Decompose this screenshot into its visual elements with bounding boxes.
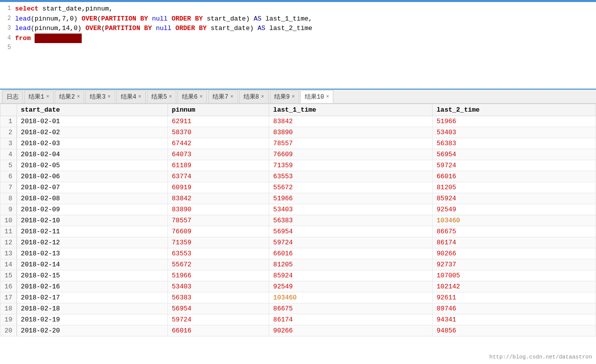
- cell-last-2-time: 92549: [433, 204, 596, 215]
- cell-pinnum: 64073: [167, 149, 269, 160]
- tab-日志[interactable]: 日志: [2, 90, 23, 103]
- cell-last-2-time: 59724: [433, 160, 596, 171]
- tab-结果8[interactable]: 结果8×: [239, 90, 269, 103]
- cell-pinnum: 60919: [167, 182, 269, 193]
- tab-close-icon[interactable]: ×: [138, 94, 141, 100]
- tab-close-icon[interactable]: ×: [326, 94, 329, 100]
- cell-pinnum: 61189: [167, 160, 269, 171]
- tab-label: 结果9: [274, 93, 290, 101]
- tab-close-icon[interactable]: ×: [108, 94, 111, 100]
- cell-pinnum: 55672: [167, 259, 269, 270]
- line-number: 4: [3, 34, 11, 43]
- tab-close-icon[interactable]: ×: [77, 94, 80, 100]
- cell-last-2-time: 86174: [433, 237, 596, 248]
- cell-start-date: 2018-02-13: [17, 248, 167, 259]
- table-row: 32018-02-03674427855756383: [1, 138, 596, 149]
- code-content: select start_date,pinnum,: [15, 4, 113, 14]
- cell-last-2-time: 90266: [433, 248, 596, 259]
- cell-last-2-time: 94341: [433, 314, 596, 325]
- table-row: 142018-02-14556728120592737: [1, 259, 596, 270]
- tab-结果2[interactable]: 结果2×: [55, 90, 84, 103]
- cell-last-1-time: 92549: [269, 281, 433, 292]
- cell-last-1-time: 86174: [269, 314, 433, 325]
- tab-结果10[interactable]: 结果10×: [300, 90, 333, 103]
- results-area[interactable]: start_datepinnumlast_1_timelast_2_time 1…: [0, 104, 596, 336]
- cell-start-date: 2018-02-08: [17, 193, 167, 204]
- row-number: 20: [1, 325, 17, 336]
- table-row: 82018-02-08838425196685924: [1, 193, 596, 204]
- tab-label: 结果6: [182, 93, 197, 101]
- cell-pinnum: 53403: [167, 281, 269, 292]
- cell-last-2-time: 56954: [433, 149, 596, 160]
- row-number: 13: [1, 248, 17, 259]
- row-number: 18: [1, 303, 17, 314]
- tab-close-icon[interactable]: ×: [292, 94, 295, 100]
- line-number: 2: [3, 14, 11, 23]
- cell-last-2-time: 53403: [433, 127, 596, 138]
- code-content: lead(pinnum,14,0) OVER(PARTITION BY null…: [15, 24, 312, 34]
- col-header-pinnum: pinnum: [167, 104, 269, 116]
- cell-pinnum: 78557: [167, 215, 269, 226]
- cell-start-date: 2018-02-06: [17, 171, 167, 182]
- cell-last-1-time: 103460: [269, 292, 433, 303]
- cell-last-2-time: 92737: [433, 259, 596, 270]
- tab-结果9[interactable]: 结果9×: [270, 90, 299, 103]
- cell-start-date: 2018-02-05: [17, 160, 167, 171]
- row-number: 9: [1, 204, 17, 215]
- tab-close-icon[interactable]: ×: [46, 94, 49, 100]
- tab-close-icon[interactable]: ×: [200, 94, 203, 100]
- tab-结果1[interactable]: 结果1×: [24, 90, 54, 103]
- row-number: 6: [1, 171, 17, 182]
- row-number: 3: [1, 138, 17, 149]
- cell-last-1-time: 90266: [269, 325, 433, 336]
- tab-结果3[interactable]: 结果3×: [85, 90, 115, 103]
- tabs-bar[interactable]: 日志结果1×结果2×结果3×结果4×结果5×结果6×结果7×结果8×结果9×结果…: [0, 90, 596, 104]
- cell-last-2-time: 86675: [433, 226, 596, 237]
- table-row: 182018-02-18569548667589746: [1, 303, 596, 314]
- cell-pinnum: 63774: [167, 171, 269, 182]
- code-line-5: 5: [0, 43, 596, 52]
- row-number: 16: [1, 281, 17, 292]
- tab-label: 结果2: [59, 93, 75, 101]
- cell-last-1-time: 51966: [269, 193, 433, 204]
- cell-last-1-time: 53403: [269, 204, 433, 215]
- cell-start-date: 2018-02-03: [17, 138, 167, 149]
- row-number: 8: [1, 193, 17, 204]
- table-row: 192018-02-19597248617494341: [1, 314, 596, 325]
- tab-结果4[interactable]: 结果4×: [116, 90, 146, 103]
- cell-start-date: 2018-02-09: [17, 204, 167, 215]
- table-row: 112018-02-11766095695486675: [1, 226, 596, 237]
- cell-pinnum: 76609: [167, 226, 269, 237]
- tab-label: 日志: [7, 93, 19, 101]
- cell-last-1-time: 85924: [269, 270, 433, 281]
- code-content: lead(pinnum,7,0) OVER(PARTITION BY null …: [15, 14, 312, 24]
- cell-pinnum: 63553: [167, 248, 269, 259]
- line-number: 5: [3, 43, 11, 52]
- tab-label: 结果8: [244, 93, 259, 101]
- tab-结果7[interactable]: 结果7×: [208, 90, 238, 103]
- cell-last-2-time: 103460: [433, 215, 596, 226]
- cell-start-date: 2018-02-17: [17, 292, 167, 303]
- tab-label: 结果5: [151, 93, 167, 101]
- tab-结果5[interactable]: 结果5×: [147, 90, 176, 103]
- cell-start-date: 2018-02-12: [17, 237, 167, 248]
- cell-start-date: 2018-02-04: [17, 149, 167, 160]
- cell-start-date: 2018-02-07: [17, 182, 167, 193]
- row-number: 4: [1, 149, 17, 160]
- cell-last-1-time: 63553: [269, 171, 433, 182]
- tab-close-icon[interactable]: ×: [261, 94, 264, 100]
- cell-pinnum: 56383: [167, 292, 269, 303]
- tab-close-icon[interactable]: ×: [231, 94, 234, 100]
- cell-last-1-time: 66016: [269, 248, 433, 259]
- cell-last-2-time: 81205: [433, 182, 596, 193]
- cell-pinnum: 83842: [167, 193, 269, 204]
- tab-结果6[interactable]: 结果6×: [177, 90, 207, 103]
- col-header-rownum: [1, 104, 17, 116]
- cell-start-date: 2018-02-01: [17, 116, 167, 127]
- row-number: 12: [1, 237, 17, 248]
- tab-close-icon[interactable]: ×: [169, 94, 172, 100]
- cell-pinnum: 66016: [167, 325, 269, 336]
- table-row: 162018-02-165340392549102142: [1, 281, 596, 292]
- tab-label: 结果4: [121, 93, 136, 101]
- cell-start-date: 2018-02-15: [17, 270, 167, 281]
